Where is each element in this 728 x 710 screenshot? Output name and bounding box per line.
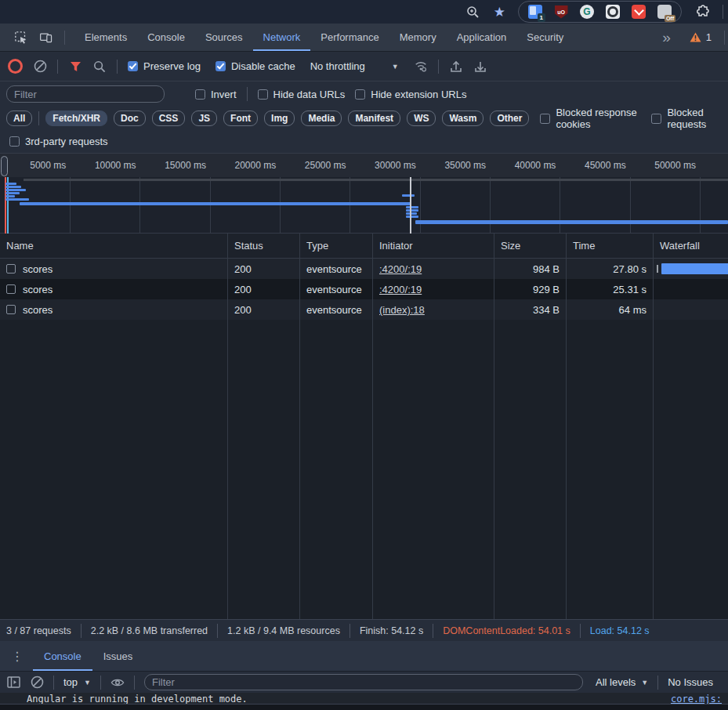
chip-ws[interactable]: WS bbox=[407, 110, 436, 126]
checkbox-icon[interactable] bbox=[540, 114, 550, 124]
chip-js[interactable]: JS bbox=[191, 110, 217, 126]
import-har-icon[interactable] bbox=[449, 60, 463, 74]
chevron-down-icon: ▼ bbox=[641, 679, 648, 686]
hide-extension-urls-checkbox[interactable]: Hide extension URLs bbox=[355, 89, 466, 100]
extensions-puzzle-icon[interactable] bbox=[694, 4, 710, 20]
column-header-time[interactable]: Time bbox=[566, 234, 653, 258]
checkbox-icon[interactable] bbox=[9, 136, 20, 147]
search-icon[interactable] bbox=[92, 60, 107, 74]
drawer-tab-issues[interactable]: Issues bbox=[92, 641, 144, 671]
console-sidebar-toggle-icon[interactable] bbox=[6, 676, 20, 690]
request-status: 200 bbox=[227, 299, 299, 320]
chip-fetch-xhr[interactable]: Fetch/XHR bbox=[45, 110, 107, 126]
column-header-name[interactable]: Name bbox=[0, 234, 227, 258]
checkbox-icon[interactable] bbox=[195, 89, 205, 100]
console-source-link[interactable]: core.mjs: bbox=[671, 694, 722, 705]
checkbox-checked-icon[interactable] bbox=[216, 61, 226, 71]
execution-context-dropdown[interactable]: top ▼ bbox=[63, 676, 91, 688]
initiator-link[interactable]: (index):18 bbox=[379, 304, 425, 316]
checkbox-icon[interactable] bbox=[355, 89, 365, 100]
column-header-type[interactable]: Type bbox=[299, 234, 372, 258]
initiator-link[interactable]: :4200/:19 bbox=[379, 284, 422, 295]
throttling-dropdown[interactable]: No throttling ▼ bbox=[310, 60, 399, 72]
more-panels-icon[interactable]: » bbox=[651, 29, 682, 46]
initiator-link[interactable]: :4200/:19 bbox=[379, 263, 422, 275]
chip-img[interactable]: Img bbox=[264, 110, 295, 126]
chip-font[interactable]: Font bbox=[223, 110, 258, 126]
network-overview-timeline[interactable]: 5000 ms 10000 ms 15000 ms 20000 ms 25000… bbox=[0, 154, 728, 234]
device-toolbar-icon[interactable] bbox=[39, 31, 53, 45]
overview-bar bbox=[5, 198, 29, 201]
preserve-log-checkbox[interactable]: Preserve log bbox=[128, 60, 201, 72]
tab-elements[interactable]: Elements bbox=[74, 24, 137, 51]
overview-scroll-handle[interactable] bbox=[1, 156, 8, 176]
off-extension-icon[interactable]: Off bbox=[657, 5, 672, 19]
divider bbox=[247, 87, 248, 101]
waterfall-tick bbox=[657, 265, 658, 273]
issues-status[interactable]: No Issues bbox=[668, 676, 713, 688]
issues-warning-counter[interactable]: 1 bbox=[682, 31, 719, 43]
table-row[interactable]: scores 200 eventsource :4200/:19 984 B 2… bbox=[0, 259, 728, 279]
chip-all[interactable]: All bbox=[6, 110, 32, 126]
request-status: 200 bbox=[227, 259, 299, 279]
filter-funnel-icon[interactable] bbox=[68, 60, 82, 74]
tab-application[interactable]: Application bbox=[447, 24, 517, 51]
console-log-row[interactable]: Angular is running in development mode. … bbox=[0, 693, 728, 705]
checkbox-checked-icon[interactable] bbox=[128, 61, 138, 71]
export-har-icon[interactable] bbox=[473, 60, 487, 74]
drawer-tab-console[interactable]: Console bbox=[33, 641, 92, 671]
row-checkbox[interactable] bbox=[6, 305, 16, 314]
table-row[interactable]: scores 200 eventsource :4200/:19 929 B 2… bbox=[0, 279, 728, 299]
chip-wasm[interactable]: Wasm bbox=[442, 110, 484, 126]
row-checkbox[interactable] bbox=[6, 284, 16, 294]
overview-bar bbox=[5, 195, 15, 197]
checkbox-icon[interactable] bbox=[258, 89, 268, 100]
third-party-requests-checkbox[interactable]: 3rd-party requests bbox=[9, 136, 108, 147]
log-levels-dropdown[interactable]: All levels ▼ bbox=[596, 676, 648, 688]
chip-doc[interactable]: Doc bbox=[114, 110, 146, 126]
hide-data-urls-checkbox[interactable]: Hide data URLs bbox=[258, 89, 346, 100]
chip-media[interactable]: Media bbox=[301, 110, 342, 126]
tab-console[interactable]: Console bbox=[137, 24, 195, 51]
blocked-response-cookies-checkbox[interactable]: Blocked response cookies bbox=[540, 107, 640, 130]
o-extension-icon[interactable] bbox=[606, 5, 620, 19]
console-next-row bbox=[0, 705, 728, 710]
inspect-element-icon[interactable] bbox=[14, 31, 28, 45]
chip-other[interactable]: Other bbox=[490, 110, 529, 126]
tab-sources[interactable]: Sources bbox=[195, 24, 253, 51]
pocket-extension-icon[interactable] bbox=[632, 5, 646, 19]
table-header: Name Status Type Initiator Size Time Wat… bbox=[0, 234, 728, 259]
checkbox-icon[interactable] bbox=[651, 114, 661, 124]
invert-checkbox[interactable]: Invert bbox=[195, 89, 237, 100]
divider bbox=[217, 624, 218, 638]
grammarly-extension-icon[interactable]: G bbox=[580, 5, 594, 19]
blocked-requests-checkbox[interactable]: Blocked requests bbox=[651, 107, 722, 130]
overview-long-bar-1 bbox=[20, 202, 411, 205]
clear-console-icon[interactable] bbox=[30, 676, 44, 690]
network-conditions-icon[interactable] bbox=[414, 60, 428, 74]
tab-network[interactable]: Network bbox=[253, 24, 311, 51]
extension-blue-icon[interactable]: 1 bbox=[528, 5, 542, 19]
column-header-size[interactable]: Size bbox=[494, 234, 566, 258]
ublock-extension-icon[interactable]: uO bbox=[554, 5, 568, 19]
record-network-log-button[interactable] bbox=[8, 59, 23, 74]
column-header-waterfall[interactable]: Waterfall bbox=[653, 234, 728, 258]
bookmark-star-icon[interactable]: ★ bbox=[494, 5, 505, 19]
console-filter-input[interactable] bbox=[144, 674, 583, 690]
chip-css[interactable]: CSS bbox=[152, 110, 186, 126]
zoom-icon[interactable] bbox=[465, 4, 481, 20]
tab-performance[interactable]: Performance bbox=[310, 24, 389, 51]
table-row[interactable]: scores 200 eventsource (index):18 334 B … bbox=[0, 299, 728, 320]
row-checkbox[interactable] bbox=[6, 264, 16, 273]
tab-security[interactable]: Security bbox=[516, 24, 574, 51]
chip-manifest[interactable]: Manifest bbox=[348, 110, 400, 126]
disable-cache-checkbox[interactable]: Disable cache bbox=[216, 60, 295, 72]
tick-label: 20000 ms bbox=[210, 154, 280, 177]
column-header-status[interactable]: Status bbox=[227, 234, 299, 258]
clear-network-log-icon[interactable] bbox=[33, 60, 47, 74]
live-expression-eye-icon[interactable] bbox=[110, 676, 125, 690]
tab-memory[interactable]: Memory bbox=[389, 24, 447, 51]
network-filter-input[interactable] bbox=[6, 85, 165, 103]
column-header-initiator[interactable]: Initiator bbox=[372, 234, 494, 258]
kebab-menu-icon[interactable]: ⋮ bbox=[0, 649, 33, 664]
